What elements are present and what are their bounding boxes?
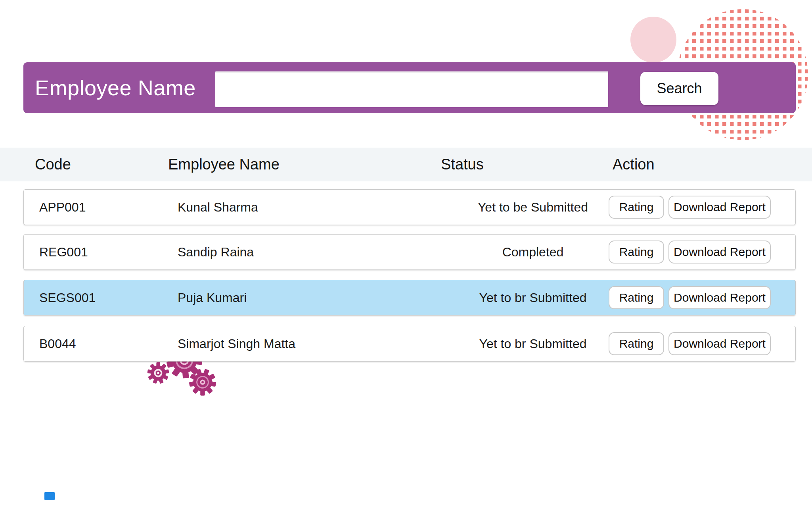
rating-button[interactable]: Rating <box>609 240 664 264</box>
search-button[interactable]: Search <box>640 72 718 105</box>
status-text: Yet to br Submitted <box>462 280 604 315</box>
rating-button[interactable]: Rating <box>609 332 664 355</box>
employee-name: Kunal Sharma <box>178 190 258 225</box>
employee-name: Simarjot Singh Matta <box>178 326 295 361</box>
table-row[interactable]: B0044 Simarjot Singh Matta Yet to br Sub… <box>23 326 796 362</box>
employee-name: Puja Kumari <box>178 280 247 315</box>
status-text: Yet to be Submitted <box>462 190 604 225</box>
download-report-button[interactable]: Download Report <box>668 196 771 219</box>
search-bar: Employee Name Search <box>23 62 796 113</box>
employee-name-label: Employee Name <box>35 62 196 113</box>
employee-code: APP001 <box>39 190 86 225</box>
employee-code: B0044 <box>39 326 76 361</box>
download-report-button[interactable]: Download Report <box>668 332 771 355</box>
employee-name-input[interactable] <box>215 71 608 107</box>
employee-code: SEGS001 <box>39 280 96 315</box>
table-row[interactable]: SEGS001 Puja Kumari Yet to br Submitted … <box>23 280 796 316</box>
download-report-button[interactable]: Download Report <box>668 286 771 309</box>
employee-code: REG001 <box>39 235 88 269</box>
rating-button[interactable]: Rating <box>609 196 664 219</box>
employee-name: Sandip Raina <box>178 235 254 269</box>
status-text: Completed <box>462 235 604 269</box>
table-row[interactable]: APP001 Kunal Sharma Yet to be Submitted … <box>23 189 796 225</box>
status-text: Yet to br Submitted <box>462 326 604 361</box>
table-row[interactable]: REG001 Sandip Raina Completed Rating Dow… <box>23 234 796 270</box>
download-report-button[interactable]: Download Report <box>668 240 771 264</box>
rating-button[interactable]: Rating <box>609 286 664 309</box>
